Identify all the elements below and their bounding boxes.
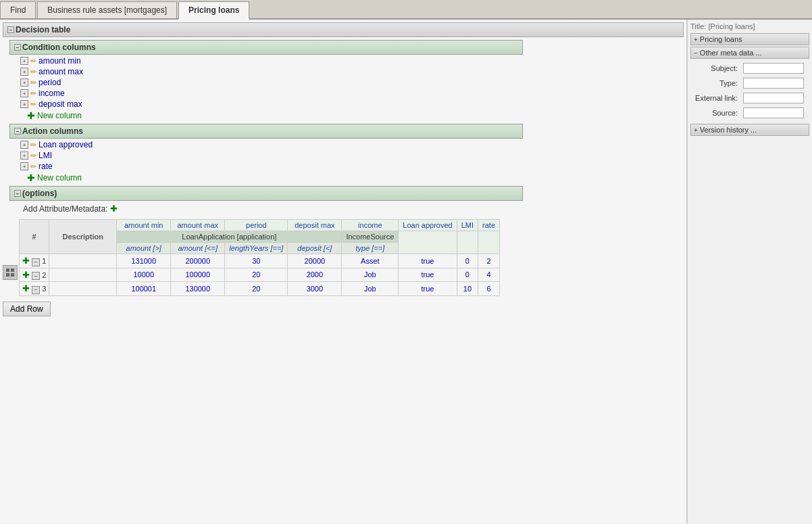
loan-approved-label[interactable]: Loan approved	[39, 140, 93, 149]
column-item-income: + ✏ income	[20, 89, 684, 98]
row-lmi[interactable]: 10	[457, 282, 478, 296]
tab-pricing-loans[interactable]: Pricing loans	[178, 1, 249, 20]
condition-columns-header[interactable]: − Condition columns	[9, 40, 523, 55]
row-amount-min[interactable]: 10000	[117, 268, 171, 282]
deposit-max-expand[interactable]: +	[20, 100, 28, 108]
row-amount-max[interactable]: 100000	[171, 268, 225, 282]
th-sub-deposit-lt[interactable]: deposit [<]	[288, 243, 342, 254]
row-add-icon[interactable]: ✚	[22, 283, 30, 293]
condition-columns-toggle[interactable]: −	[14, 44, 21, 51]
th-rate[interactable]: rate	[478, 220, 500, 231]
action-columns-list: + ✏ Loan approved + ✏ LMI + ✏ rate ✚	[9, 140, 684, 183]
amount-min-label[interactable]: amount min	[39, 56, 81, 66]
row-deposit-max[interactable]: 2000	[288, 268, 342, 282]
options-header[interactable]: − (options)	[9, 186, 523, 201]
row-income[interactable]: Asset	[342, 254, 399, 268]
table-view-icon[interactable]	[3, 265, 18, 280]
row-lmi[interactable]: 0	[457, 254, 478, 268]
column-item-period: + ✏ period	[20, 78, 684, 87]
amount-max-expand[interactable]: +	[20, 68, 28, 76]
th-sub-type[interactable]: type [==]	[342, 243, 399, 254]
row-deposit-max[interactable]: 3000	[288, 282, 342, 296]
row-collapse-icon[interactable]: −	[32, 258, 40, 266]
row-loan-approved[interactable]: true	[399, 254, 457, 268]
lmi-expand[interactable]: +	[20, 151, 28, 160]
income-pencil-icon: ✏	[30, 89, 36, 98]
th-sub-length-years[interactable]: lengthYears [==]	[225, 243, 288, 254]
row-loan-approved[interactable]: true	[399, 282, 457, 296]
row-desc[interactable]	[49, 268, 117, 282]
th-sub-amount-gt[interactable]: amount [>]	[117, 243, 171, 254]
row-lmi[interactable]: 0	[457, 268, 478, 282]
decision-table-toggle[interactable]: −	[7, 26, 14, 33]
th-deposit-max[interactable]: deposit max	[288, 220, 342, 231]
tab-bar: Find Business rule assets [mortgages] Pr…	[0, 0, 812, 20]
action-columns-toggle[interactable]: −	[14, 128, 21, 135]
amount-min-expand[interactable]: +	[20, 57, 28, 65]
row-loan-approved[interactable]: true	[399, 268, 457, 282]
other-meta-header[interactable]: − Other meta data ...	[690, 47, 809, 59]
period-pencil-icon: ✏	[30, 78, 36, 87]
left-panel: − Decision table − Condition columns + ✏…	[0, 20, 687, 523]
th-income[interactable]: income	[342, 220, 399, 231]
add-row-button[interactable]: Add Row	[3, 302, 51, 316]
th-rate-empty	[478, 231, 500, 254]
row-rate[interactable]: 2	[478, 254, 500, 268]
th-period[interactable]: period	[225, 220, 288, 231]
row-add-icon[interactable]: ✚	[22, 256, 30, 266]
pricing-loans-right-header[interactable]: + Pricing loans	[690, 33, 809, 45]
action-new-column[interactable]: ✚ New column	[27, 172, 684, 183]
row-id: 3	[42, 285, 46, 293]
right-title: Title: [Pricing loans]	[690, 22, 809, 30]
pricing-loans-right-label[interactable]: Pricing loans	[700, 35, 742, 43]
row-deposit-max[interactable]: 20000	[288, 254, 342, 268]
add-attribute-icon[interactable]: ✚	[110, 204, 118, 214]
row-period[interactable]: 20	[225, 268, 288, 282]
meta-subject-input[interactable]	[743, 63, 804, 74]
row-rate[interactable]: 6	[478, 282, 500, 296]
decision-table-header[interactable]: − Decision table	[3, 22, 684, 37]
row-period[interactable]: 30	[225, 254, 288, 268]
row-amount-min[interactable]: 131000	[117, 254, 171, 268]
row-desc[interactable]	[49, 254, 117, 268]
condition-columns-list: + ✏ amount min + ✏ amount max + ✏ period	[9, 56, 684, 121]
condition-new-column[interactable]: ✚ New column	[27, 110, 684, 121]
rate-label[interactable]: rate	[39, 162, 53, 171]
loan-approved-expand[interactable]: +	[20, 141, 28, 149]
lmi-label[interactable]: LMI	[39, 151, 52, 160]
tab-business-rule[interactable]: Business rule assets [mortgages]	[37, 1, 177, 18]
th-amount-max[interactable]: amount max	[171, 220, 225, 231]
period-label[interactable]: period	[39, 78, 61, 87]
row-rate[interactable]: 4	[478, 268, 500, 282]
action-columns-header[interactable]: − Action columns	[9, 124, 523, 139]
deposit-max-label[interactable]: deposit max	[39, 99, 82, 109]
right-panel: Title: [Pricing loans] + Pricing loans −…	[687, 20, 812, 523]
row-add-icon[interactable]: ✚	[22, 270, 30, 280]
version-history-icon: +	[694, 126, 698, 134]
table-row: ✚ − 3 100001 130000 20 3000 Job true 10 …	[20, 282, 500, 296]
period-expand[interactable]: +	[20, 78, 28, 87]
meta-external-link-input[interactable]	[743, 93, 804, 103]
row-collapse-icon[interactable]: −	[32, 286, 40, 294]
row-amount-min[interactable]: 100001	[117, 282, 171, 296]
income-label[interactable]: income	[39, 89, 65, 98]
row-desc[interactable]	[49, 282, 117, 296]
row-income[interactable]: Job	[342, 268, 399, 282]
meta-source-input[interactable]	[743, 108, 804, 118]
meta-type-input[interactable]	[743, 78, 804, 89]
options-toggle[interactable]: −	[14, 190, 21, 197]
row-collapse-icon[interactable]: −	[32, 272, 40, 280]
income-expand[interactable]: +	[20, 89, 28, 97]
th-lmi[interactable]: LMI	[457, 220, 478, 231]
row-amount-max[interactable]: 200000	[171, 254, 225, 268]
row-income[interactable]: Job	[342, 282, 399, 296]
version-history-header[interactable]: + Version history ...	[690, 124, 809, 136]
th-sub-amount-lte[interactable]: amount [<=]	[171, 243, 225, 254]
th-loan-approved[interactable]: Loan approved	[399, 220, 457, 231]
tab-find[interactable]: Find	[0, 1, 36, 18]
row-amount-max[interactable]: 130000	[171, 282, 225, 296]
amount-max-label[interactable]: amount max	[39, 67, 83, 76]
row-period[interactable]: 20	[225, 282, 288, 296]
rate-expand[interactable]: +	[20, 162, 28, 170]
th-amount-min[interactable]: amount min	[117, 220, 171, 231]
